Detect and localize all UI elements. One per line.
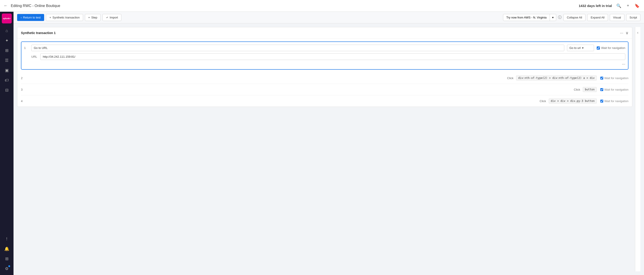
step-4-action: Click (540, 99, 546, 103)
splunk-logo[interactable]: splunk> (2, 14, 12, 24)
chevron-down-icon: ▾ (552, 16, 554, 19)
step-3-nav-check: Wait for navigation (600, 88, 628, 91)
add-button[interactable]: + (626, 3, 630, 9)
toolbar: ‹ Return to test + Synthetic transaction… (14, 12, 644, 24)
top-bar-left: ← Editing RWC - Online Boutique (4, 3, 579, 9)
transaction-title: Synthetic transaction 1 (21, 31, 56, 35)
step-4-number: 4 (21, 99, 26, 103)
main-area: ‹ Return to test + Synthetic transaction… (14, 12, 644, 275)
plus-icon-step: + (88, 16, 90, 19)
top-bar-right: 1432 days left in trial 🔍 + 🔖 (579, 3, 640, 9)
search-button[interactable]: 🔍 (616, 3, 622, 9)
sidebar-item-settings[interactable]: ⚙ (2, 264, 11, 273)
step-1-bottom-dots: ··· (24, 60, 625, 67)
import-icon: ⤶ (106, 16, 108, 19)
transaction-actions: ··· ∨ (620, 31, 628, 35)
top-bar: ← Editing RWC - Online Boutique 1432 day… (0, 0, 644, 12)
step-2-row: 2 Click div:nth-of-type(2) > div:nth-of-… (21, 72, 628, 84)
trial-badge: 1432 days left in trial (579, 4, 612, 8)
transaction-options-button[interactable]: ··· (620, 31, 623, 35)
step-2-nav-checkbox[interactable] (600, 77, 603, 80)
info-button[interactable]: ⓘ (558, 15, 562, 20)
step-3-action: Click (574, 88, 580, 91)
return-icon: ‹ (21, 16, 22, 19)
sidebar-item-tag[interactable]: 🏷 (2, 76, 11, 85)
page-title: Editing RWC - Online Boutique (11, 4, 60, 8)
step-1-name-input[interactable] (31, 45, 564, 51)
step-2-nav-check: Wait for navigation (600, 76, 628, 80)
editor-area: Synthetic transaction 1 ··· ∨ 1 (17, 27, 632, 271)
sidebar-item-home[interactable]: ⌂ (2, 26, 11, 35)
step-1-number: 1 (24, 46, 28, 50)
step-3-number: 3 (21, 88, 26, 91)
back-button[interactable]: ← (4, 3, 9, 9)
plus-icon-synthetic: + (49, 16, 51, 19)
step-2-number: 2 (21, 76, 26, 80)
sidebar-item-hierarchy[interactable]: ⊞ (2, 46, 11, 55)
step-1-nav-check: Wait for navigation (597, 46, 625, 50)
try-now-group: Try now from AWS - N. Virginia ▾ (503, 14, 556, 21)
try-now-button[interactable]: Try now from AWS - N. Virginia (503, 14, 550, 21)
step-1-nav-label: Wait for navigation (601, 46, 625, 50)
content-area: Synthetic transaction 1 ··· ∨ 1 (14, 24, 644, 275)
step-3-nav-checkbox[interactable] (600, 88, 603, 91)
sidebar-item-bell[interactable]: 🔔 (2, 244, 11, 253)
step-4-nav-check: Wait for navigation (600, 99, 628, 103)
splunk-logo-text: splunk> (3, 17, 10, 20)
step-2-nav-label: Wait for navigation (604, 76, 628, 80)
settings-badge (8, 265, 10, 267)
step-3-nav-label: Wait for navigation (604, 88, 628, 91)
layout: splunk> ⌂ ✦ ⊞ ☰ ▣ 🏷 ⊟ ! 🔔 ⊞ ⚙ ‹ Return t… (0, 12, 644, 275)
sidebar-item-graph[interactable]: ✦ (2, 36, 11, 45)
sidebar-item-alert[interactable]: ! (2, 234, 11, 243)
step-type-chevron: ▾ (582, 46, 584, 50)
step-2-selector: div:nth-of-type(2) > div:nth-of-type(2) … (516, 76, 597, 81)
bookmark-button[interactable]: 🔖 (634, 3, 640, 9)
step-4-content: Click div > div > div.py-3 button Wait f… (26, 99, 628, 103)
try-now-dropdown-button[interactable]: ▾ (550, 14, 556, 21)
steps-container: 1 Go to url ▾ Wait for navigation (17, 42, 632, 107)
step-4-nav-label: Wait for navigation (604, 99, 628, 103)
sidebar-item-widgets[interactable]: ⊞ (2, 254, 11, 263)
toolbar-right: Try now from AWS - N. Virginia ▾ ⓘ Colla… (503, 14, 640, 21)
transaction-collapse-button[interactable]: ∨ (626, 31, 628, 35)
step-type-label: Go to url (570, 46, 581, 50)
step-1-more-options-button[interactable]: ··· (622, 62, 625, 67)
script-button[interactable]: Script (626, 14, 640, 21)
step-1-type-select[interactable]: Go to url ▾ (567, 45, 594, 51)
collapse-all-button[interactable]: Collapse All (564, 14, 586, 21)
url-label: URL (31, 55, 38, 58)
step-1-expanded: 1 Go to url ▾ Wait for navigation (21, 42, 628, 70)
step-2-content: Click div:nth-of-type(2) > div:nth-of-ty… (26, 76, 628, 81)
step-3-row: 3 Click button Wait for navigation (21, 84, 628, 95)
step-1-url-row: URL (24, 53, 625, 60)
transaction-section: Synthetic transaction 1 ··· ∨ 1 (17, 27, 632, 107)
step-3-content: Click button Wait for navigation (26, 87, 628, 92)
sidebar: splunk> ⌂ ✦ ⊞ ☰ ▣ 🏷 ⊟ ! 🔔 ⊞ ⚙ (0, 12, 14, 275)
step-button[interactable]: + Step (85, 14, 101, 21)
sidebar-item-monitor[interactable]: ▣ (2, 66, 11, 75)
panel-toggle-icon: ‹ (637, 31, 638, 35)
step-1-row: 1 Go to url ▾ Wait for navigation (24, 45, 625, 53)
step-4-nav-checkbox[interactable] (600, 100, 603, 103)
sidebar-item-list[interactable]: ☰ (2, 56, 11, 65)
import-button[interactable]: ⤶ Import (102, 14, 121, 21)
step-3-selector: button (583, 87, 596, 92)
step-1-nav-checkbox[interactable] (597, 47, 600, 50)
synthetic-transaction-button[interactable]: + Synthetic transaction (46, 14, 83, 21)
step-4-row: 4 Click div > div > div.py-3 button Wait… (21, 95, 628, 107)
visual-button[interactable]: Visual (610, 14, 624, 21)
return-to-test-button[interactable]: ‹ Return to test (17, 14, 44, 21)
step-1-url-input[interactable] (40, 53, 625, 60)
right-panel-toggle[interactable]: ‹ (635, 27, 640, 271)
expand-all-button[interactable]: Expand All (587, 14, 608, 21)
step-2-action: Click (507, 76, 514, 80)
step-4-selector: div > div > div.py-3 button (549, 99, 597, 103)
sidebar-item-cylinder[interactable]: ⊟ (2, 86, 11, 95)
transaction-header: Synthetic transaction 1 ··· ∨ (17, 27, 632, 39)
